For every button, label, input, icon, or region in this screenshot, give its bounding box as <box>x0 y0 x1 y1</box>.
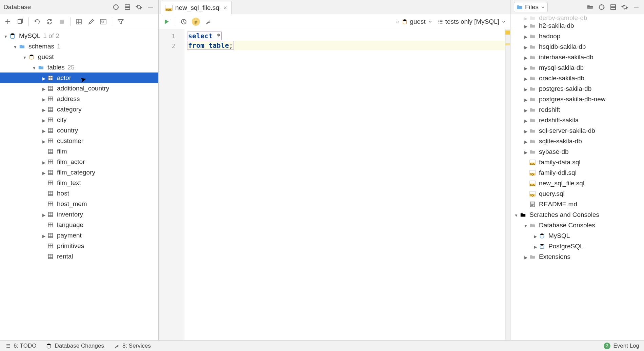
close-tab-icon[interactable]: × <box>223 4 227 12</box>
file-node-family-ddl.sql[interactable]: family-ddl.sql <box>510 167 644 178</box>
console-node-MySQL[interactable]: MySQL <box>510 230 644 241</box>
data-view-icon[interactable] <box>73 16 85 27</box>
extensions-node[interactable]: Extensions <box>510 251 644 262</box>
minimize-icon[interactable] <box>630 1 642 13</box>
table-node-language[interactable]: language <box>0 220 158 230</box>
stop-icon[interactable] <box>56 16 67 27</box>
tables-node[interactable]: tables25 <box>0 62 158 73</box>
warning-marker[interactable] <box>505 30 510 35</box>
run-icon[interactable] <box>161 16 172 27</box>
editor-gutter: 12 <box>159 29 184 340</box>
wrench-icon[interactable] <box>202 16 214 27</box>
table-node-country[interactable]: country <box>0 125 158 136</box>
edit-icon[interactable] <box>85 16 97 27</box>
schema-selector[interactable]: guest <box>400 18 434 25</box>
tab-filename: new_sql_file.sql <box>175 4 221 12</box>
sql-file-icon <box>165 5 173 11</box>
console-node-PostgreSQL[interactable]: PostgreSQL <box>510 241 644 251</box>
database-tree[interactable]: MySQL1 of 2schemas1guesttables25actoradd… <box>0 29 158 340</box>
table-node-host_mem[interactable]: host_mem <box>0 199 158 209</box>
session-selector[interactable]: tests only [MySQL] <box>435 18 508 25</box>
files-title-bar: Files <box>510 0 644 14</box>
add-icon[interactable] <box>2 16 14 27</box>
folder-node-postgres-sakila-db[interactable]: postgres-sakila-db <box>510 83 644 94</box>
folder-node-hsqldb-sakila-db[interactable]: hsqldb-sakila-db <box>510 41 644 52</box>
folder-node-sybase-db[interactable]: sybase-db <box>510 146 644 157</box>
file-node-new_sql_file.sql[interactable]: new_sql_file.sql <box>510 178 644 188</box>
database-title: Database <box>3 3 110 11</box>
editor-code[interactable]: select *from table; <box>184 29 510 340</box>
file-node-family-data.sql[interactable]: family-data.sql <box>510 157 644 167</box>
files-view-selector[interactable]: Files <box>514 2 548 12</box>
file-node-README.md[interactable]: README.md <box>510 199 644 209</box>
status-bar: 6: TODO Database Changes 8: Services 3 E… <box>0 340 644 351</box>
table-node-film_category[interactable]: film_category <box>0 167 158 178</box>
split-icon[interactable] <box>607 1 619 13</box>
split-icon[interactable] <box>122 1 133 13</box>
folder-node-hadoop[interactable]: hadoop <box>510 31 644 41</box>
gutter-line: 2 <box>159 41 184 51</box>
table-node-additional_country[interactable]: additional_country <box>0 83 158 94</box>
table-node-category[interactable]: category <box>0 104 158 115</box>
ql-console-icon[interactable] <box>98 16 109 27</box>
minimize-icon[interactable] <box>145 1 156 13</box>
table-node-rental[interactable]: rental <box>0 251 158 262</box>
table-node-city[interactable]: city <box>0 115 158 125</box>
table-node-address[interactable]: address <box>0 94 158 104</box>
locate-icon[interactable] <box>110 1 122 13</box>
open-folder-icon[interactable] <box>584 1 596 13</box>
editor-toolbar: p » guest tests only [MySQL] <box>159 14 510 29</box>
table-node-payment[interactable]: payment <box>0 230 158 241</box>
warning-marker[interactable] <box>505 43 510 45</box>
file-node-query.sql[interactable]: query.sql <box>510 188 644 199</box>
table-node-film_actor[interactable]: film_actor <box>0 157 158 167</box>
schemas-node[interactable]: schemas1 <box>0 41 158 51</box>
folder-node-sql-server-sakila-db[interactable]: sql-server-sakila-db <box>510 125 644 136</box>
locate-icon[interactable] <box>596 1 607 13</box>
refresh-icon[interactable] <box>32 16 43 27</box>
gutter-line: 1 <box>159 31 184 41</box>
status-todo[interactable]: 6: TODO <box>5 343 36 349</box>
datasource-node[interactable]: MySQL1 of 2 <box>0 30 158 41</box>
folder-node-oracle-sakila-db[interactable]: oracle-sakila-db <box>510 73 644 83</box>
annotation-bar <box>505 29 510 340</box>
table-node-film_text[interactable]: film_text <box>0 178 158 188</box>
gear-icon[interactable] <box>619 1 630 13</box>
schema-node[interactable]: guest <box>0 51 158 62</box>
status-services[interactable]: 8: Services <box>114 343 151 349</box>
gear-icon[interactable] <box>133 1 145 13</box>
p-badge-icon[interactable]: p <box>190 16 202 27</box>
code-editor[interactable]: 12 select *from table; <box>159 29 510 340</box>
database-panel: Database MySQL1 of 2schemas1guesttables2… <box>0 0 159 340</box>
filter-icon[interactable] <box>115 16 126 27</box>
history-icon[interactable] <box>178 16 189 27</box>
database-title-bar: Database <box>0 0 158 14</box>
folder-node-sqlite-sakila-db[interactable]: sqlite-sakila-db <box>510 136 644 146</box>
folder-node-redshift[interactable]: redshift <box>510 104 644 115</box>
table-node-primitives[interactable]: primitives <box>0 241 158 251</box>
sync-icon[interactable] <box>44 16 55 27</box>
status-event-log[interactable]: 3 Event Log <box>604 343 639 349</box>
folder-node-h2-sakila-db[interactable]: h2-sakila-db <box>510 20 644 31</box>
code-line[interactable]: from table; <box>187 41 507 50</box>
code-line[interactable]: select * <box>187 31 507 41</box>
files-panel: Files derby-sample-dbh2-sakila-dbhadooph… <box>510 0 644 340</box>
table-node-host[interactable]: host <box>0 188 158 199</box>
table-node-actor[interactable]: actor <box>0 73 158 83</box>
table-node-film[interactable]: film <box>0 146 158 157</box>
folder-node-postgres-sakila-db-new[interactable]: postgres-sakila-db-new <box>510 94 644 104</box>
overflow-icon[interactable]: » <box>396 19 399 25</box>
status-db-changes[interactable]: Database Changes <box>46 343 104 349</box>
table-node-inventory[interactable]: inventory <box>0 209 158 220</box>
editor-tab[interactable]: new_sql_file.sql × <box>161 1 232 14</box>
folder-node-redshift-sakila[interactable]: redshift-sakila <box>510 115 644 125</box>
duplicate-icon[interactable] <box>14 16 26 27</box>
table-node-customer[interactable]: customer <box>0 136 158 146</box>
folder-node-mysql-sakila-db[interactable]: mysql-sakila-db <box>510 62 644 73</box>
folder-node[interactable]: derby-sample-db <box>510 16 644 20</box>
folder-node-interbase-sakila-db[interactable]: interbase-sakila-db <box>510 52 644 62</box>
db-consoles-node[interactable]: Database Consoles <box>510 220 644 230</box>
database-toolbar <box>0 14 158 29</box>
files-tree[interactable]: derby-sample-dbh2-sakila-dbhadoophsqldb-… <box>510 14 644 340</box>
scratches-node[interactable]: Scratches and Consoles <box>510 209 644 220</box>
